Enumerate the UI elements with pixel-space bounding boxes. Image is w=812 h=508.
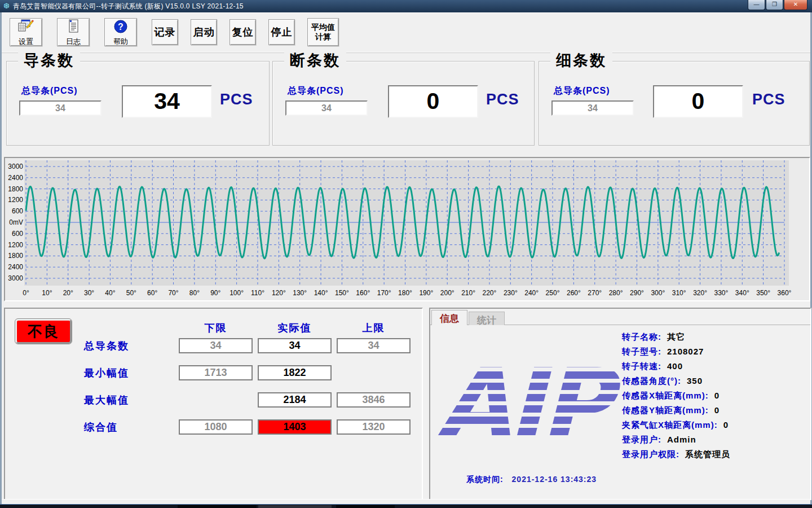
x-tick-label: 170° xyxy=(377,289,391,297)
x-tick-label: 40° xyxy=(105,289,115,297)
aip-logo: AIP xyxy=(436,349,622,462)
y-tick-label: 2400 xyxy=(8,263,23,271)
unit-label: PCS xyxy=(752,91,785,108)
info-field: 登录用户:Admin xyxy=(622,435,730,449)
total-bars-label: 总导条(PCS) xyxy=(288,85,344,97)
x-tick-label: 200° xyxy=(440,289,454,297)
record-button[interactable]: 记录 xyxy=(152,19,178,45)
total-bars-input[interactable]: 34 xyxy=(551,100,634,116)
upper-limit-cell: 1320 xyxy=(337,419,411,435)
taskbar-item[interactable] xyxy=(258,505,332,508)
settings-button[interactable]: 设置 xyxy=(10,18,42,46)
restore-button[interactable]: ❐ xyxy=(766,0,783,10)
x-tick-label: 110° xyxy=(251,289,264,297)
system-time-label: 系统时间: xyxy=(466,475,504,484)
stop-button[interactable]: 停止 xyxy=(268,19,295,45)
info-field-value: Admin xyxy=(667,435,696,444)
y-tick-label: 1200 xyxy=(8,196,23,204)
y-tick-label: 1200 xyxy=(8,241,23,249)
info-field: 传感器X轴距离(mm):0 xyxy=(622,391,730,405)
average-calc-button[interactable]: 平均值 计算 xyxy=(307,18,339,46)
info-field-label: 传感器X轴距离(mm): xyxy=(622,391,709,400)
info-field-label: 转子型号: xyxy=(622,347,661,356)
upper-limit-cell: 3846 xyxy=(337,392,411,408)
info-field-label: 传感器角度(°): xyxy=(622,376,681,386)
info-fields: 转子名称:其它转子型号:2108027转子转速:400传感器角度(°):350传… xyxy=(622,332,730,464)
info-field-label: 转子名称: xyxy=(622,332,661,341)
total-bars-input[interactable]: 34 xyxy=(285,100,368,116)
log-button[interactable]: 日志 xyxy=(57,18,90,46)
total-bars-label: 总导条(PCS) xyxy=(554,85,610,97)
tab-statistics[interactable]: 统计 xyxy=(469,312,505,325)
x-tick-label: 130° xyxy=(293,289,307,297)
results-panel: 不良 下限 实际值 上限 总导条数343434最小幅值17131822最大幅值2… xyxy=(4,308,423,500)
x-tick-label: 30° xyxy=(84,289,94,297)
info-field-label: 登录用户权限: xyxy=(622,449,679,459)
lower-limit-cell: 1080 xyxy=(179,419,253,435)
info-field-label: 登录用户: xyxy=(622,435,661,444)
title-bar: ❆ 青岛艾普智能仪器有限公司--转子测试系统 (新板) V15.0.0 LSY … xyxy=(0,0,812,12)
info-field-value: 0 xyxy=(714,405,720,415)
info-field-label: 传感器Y轴距离(mm): xyxy=(622,405,709,415)
x-tick-label: 50° xyxy=(126,289,136,297)
window-controls: — ❐ ✕ xyxy=(747,0,807,10)
x-tick-label: 0° xyxy=(23,289,29,297)
lower-limit-cell: 34 xyxy=(179,338,253,353)
system-time: 系统时间: 2021-12-16 13:43:23 xyxy=(466,475,597,485)
taskbar-sliver xyxy=(0,504,812,508)
app-icon: ❆ xyxy=(3,0,10,12)
x-tick-label: 210° xyxy=(461,289,475,297)
help-button[interactable]: ? 帮助 xyxy=(104,18,137,46)
y-tick-label: 600 xyxy=(12,230,23,238)
reset-button[interactable]: 复位 xyxy=(230,19,256,45)
log-icon xyxy=(67,19,80,36)
info-field: 传感器Y轴距离(mm):0 xyxy=(622,405,730,420)
lower-limit-header: 下限 xyxy=(179,321,253,335)
x-tick-label: 270° xyxy=(588,289,602,297)
x-tick-label: 330° xyxy=(714,289,729,297)
groupbox-title: 导条数 xyxy=(18,50,80,71)
bar-count-display: 34 xyxy=(122,85,212,118)
info-field: 夹紧气缸X轴距离(mm):0 xyxy=(622,420,730,435)
actual-value-cell: 2184 xyxy=(258,392,332,408)
x-tick-label: 120° xyxy=(272,289,286,297)
start-button[interactable]: 启动 xyxy=(191,19,217,45)
info-field: 转子名称:其它 xyxy=(622,332,730,347)
x-tick-label: 340° xyxy=(735,289,749,297)
y-tick-label: 1800 xyxy=(8,252,23,260)
info-field: 转子转速:400 xyxy=(622,361,730,376)
total-bars-input[interactable]: 34 xyxy=(19,100,102,116)
y-tick-label: 3000 xyxy=(8,274,23,282)
x-tick-label: 240° xyxy=(524,289,539,297)
info-field: 登录用户权限:系统管理员 xyxy=(622,449,730,464)
info-tab-content: AIP 转子名称:其它转子型号:2108027转子转速:400传感器角度(°):… xyxy=(430,325,810,499)
info-field-value: 其它 xyxy=(667,332,685,341)
x-tick-label: 100° xyxy=(230,289,244,297)
minimize-button[interactable]: — xyxy=(748,0,765,10)
close-button[interactable]: ✕ xyxy=(784,0,807,10)
y-tick-label: 2400 xyxy=(8,174,23,182)
taskbar-item[interactable] xyxy=(178,505,257,508)
info-field-label: 转子转速: xyxy=(622,361,661,371)
info-field-value: 350 xyxy=(687,376,703,386)
taskbar-item[interactable] xyxy=(336,505,395,508)
info-field: 转子型号:2108027 xyxy=(622,347,730,361)
broken-bar-count-display: 0 xyxy=(388,85,478,118)
y-tick-label: 600 xyxy=(12,207,23,215)
upper-limit-header: 上限 xyxy=(337,321,411,335)
upper-limit-cell: 34 xyxy=(337,338,411,353)
svg-text:?: ? xyxy=(118,22,123,32)
groupbox-bar-count: 导条数 总导条(PCS) 34 34 PCS xyxy=(6,61,270,146)
waveform-chart: 0°10°20°30°40°50°60°70°80°90°100°110°120… xyxy=(5,158,809,300)
y-tick-label: 3000 xyxy=(8,163,23,170)
x-tick-label: 300° xyxy=(651,289,665,297)
y-tick-label: 0mV xyxy=(9,218,23,226)
lower-limit-cell: 1713 xyxy=(179,365,253,380)
x-tick-label: 190° xyxy=(419,289,433,297)
info-field-value: 400 xyxy=(667,361,683,371)
x-tick-label: 150° xyxy=(335,289,349,297)
x-tick-label: 290° xyxy=(630,289,644,297)
info-field-value: 0 xyxy=(723,420,729,430)
tab-info[interactable]: 信息 xyxy=(431,310,467,325)
y-tick-label: 1800 xyxy=(8,185,23,193)
